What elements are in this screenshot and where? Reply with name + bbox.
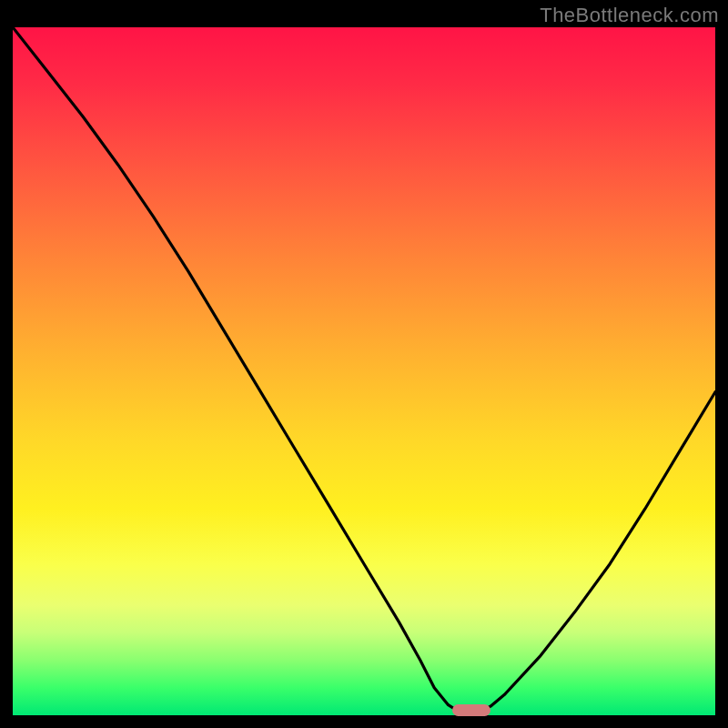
plot-area: [13, 27, 715, 715]
bottleneck-curve: [13, 27, 715, 715]
chart-frame: TheBottleneck.com: [0, 0, 728, 728]
bottleneck-curve-path: [13, 27, 715, 714]
watermark-text: TheBottleneck.com: [540, 4, 719, 27]
target-marker: [452, 704, 490, 716]
